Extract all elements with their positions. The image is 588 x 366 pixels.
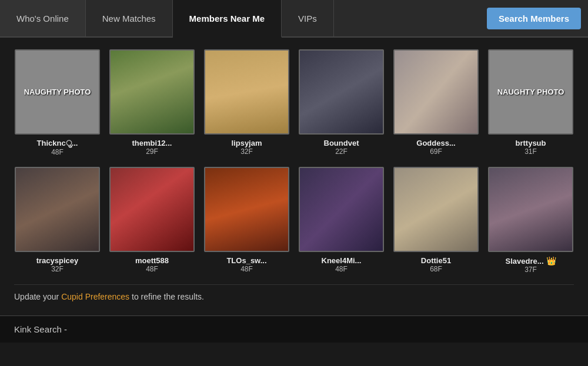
member-card[interactable]: NAUGHTY PHOTOThickncु...48F <box>14 49 101 156</box>
tab-new-matches[interactable]: New Matches <box>86 0 173 36</box>
member-age-gender: 29F <box>146 147 158 156</box>
member-photo[interactable] <box>109 49 195 135</box>
member-card[interactable]: Boundvet22F <box>298 49 385 156</box>
vip-crown-icon: 👑 <box>546 256 556 266</box>
member-username: lipsyjam <box>231 139 262 147</box>
member-photo[interactable] <box>204 49 289 135</box>
member-photo[interactable] <box>109 167 195 252</box>
member-photo[interactable] <box>488 167 573 252</box>
member-card[interactable]: moett58848F <box>109 167 195 274</box>
tab-bar: Who's Online New Matches Members Near Me… <box>0 0 588 38</box>
member-username: Slavedre...👑 <box>505 256 556 266</box>
member-grid-row1: NAUGHTY PHOTOThickncु...48Fthembi12...29… <box>14 49 574 156</box>
member-card[interactable]: Goddess...69F <box>393 49 479 156</box>
member-age-gender: 68F <box>430 265 442 273</box>
member-age-gender: 32F <box>51 265 64 273</box>
member-username: Boundvet <box>324 139 359 147</box>
member-card[interactable]: thembi12...29F <box>109 49 195 156</box>
member-age-gender: 37F <box>524 266 537 274</box>
member-age-gender: 22F <box>335 147 348 156</box>
member-card[interactable]: TLOs_sw...48F <box>203 167 290 274</box>
member-card[interactable]: NAUGHTY PHOTObrttysub31F <box>487 49 574 156</box>
member-card[interactable]: Kneel4Mi...48F <box>298 167 385 274</box>
member-username: Kneel4Mi... <box>322 256 362 265</box>
member-card[interactable]: tracyspicey32F <box>14 167 101 274</box>
member-photo[interactable] <box>393 49 479 135</box>
member-age-gender: 48F <box>240 265 253 273</box>
member-card[interactable]: lipsyjam32F <box>203 49 290 156</box>
member-photo[interactable] <box>299 49 384 135</box>
member-username: brttysub <box>516 139 546 147</box>
member-username: Dottie51 <box>421 256 451 265</box>
member-username: TLOs_sw... <box>226 256 266 265</box>
member-username: thembi12... <box>132 139 172 147</box>
member-card[interactable]: Slavedre...👑37F <box>487 167 574 274</box>
member-photo[interactable]: NAUGHTY PHOTO <box>15 49 100 135</box>
cupid-preferences-link[interactable]: Cupid Preferences <box>61 292 129 301</box>
member-photo[interactable]: NAUGHTY PHOTO <box>488 49 573 135</box>
search-members-button[interactable]: Search Members <box>487 8 581 29</box>
member-age-gender: 32F <box>240 147 253 156</box>
update-preferences-line: Update your Cupid Preferences to refine … <box>14 284 574 307</box>
member-username: Thickncु... <box>37 139 78 148</box>
member-username: Goddess... <box>416 139 455 147</box>
tab-vips[interactable]: VIPs <box>282 0 334 36</box>
member-photo[interactable] <box>393 167 479 252</box>
main-content: NAUGHTY PHOTOThickncु...48Fthembi12...29… <box>0 38 588 313</box>
member-age-gender: 48F <box>51 148 64 156</box>
tab-members-near-me[interactable]: Members Near Me <box>173 0 282 38</box>
member-username: tracyspicey <box>36 256 79 265</box>
tab-whos-online[interactable]: Who's Online <box>0 0 86 36</box>
naughty-photo-label: NAUGHTY PHOTO <box>497 88 564 96</box>
member-age-gender: 48F <box>146 265 158 273</box>
member-photo[interactable] <box>15 167 100 252</box>
member-grid-row2: tracyspicey32Fmoett58848FTLOs_sw...48FKn… <box>14 167 574 274</box>
member-card[interactable]: Dottie5168F <box>393 167 479 274</box>
member-age-gender: 48F <box>335 265 348 273</box>
member-age-gender: 31F <box>524 147 537 156</box>
kink-search-bar: Kink Search - <box>0 315 588 343</box>
naughty-photo-label: NAUGHTY PHOTO <box>24 88 91 96</box>
member-age-gender: 69F <box>430 147 442 156</box>
member-photo[interactable] <box>299 167 384 252</box>
member-photo[interactable] <box>204 167 289 252</box>
member-username: moett588 <box>135 256 169 265</box>
